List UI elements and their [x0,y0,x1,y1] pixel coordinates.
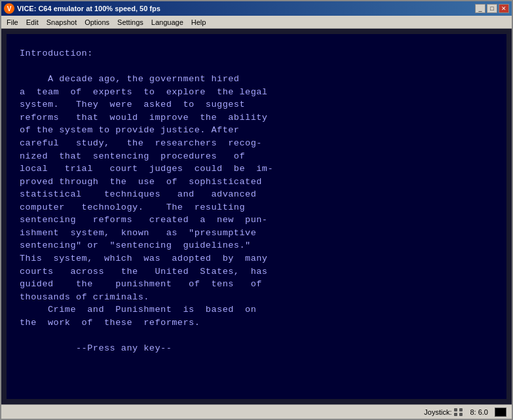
menu-file[interactable]: File [3,17,22,28]
screen-content: Introduction: A decade ago, the governme… [20,47,493,355]
minimize-button[interactable]: _ [475,4,485,13]
joystick-dot-2 [459,408,463,411]
menu-bar: File Edit Snapshot Options Settings Lang… [1,16,512,29]
main-window: V VICE: C64 emulator at 100% speed, 50 f… [0,0,513,420]
title-buttons: _ □ ✕ [475,4,509,13]
status-indicator [495,408,506,417]
menu-snapshot[interactable]: Snapshot [43,17,81,28]
menu-language[interactable]: Language [147,17,187,28]
app-icon: V [4,3,14,14]
window-title: VICE: C64 emulator at 100% speed, 50 fps [17,5,161,12]
maximize-button[interactable]: □ [487,4,497,13]
joystick-label: Joystick: [424,408,451,416]
close-button[interactable]: ✕ [499,4,509,13]
joystick-status: Joystick: [424,408,463,416]
version-display: 8: 6.0 [470,408,488,416]
joystick-icon [454,408,463,416]
menu-settings[interactable]: Settings [113,17,147,28]
title-bar: V VICE: C64 emulator at 100% speed, 50 f… [1,1,512,16]
c64-screen[interactable]: Introduction: A decade ago, the governme… [7,34,506,399]
joystick-dot-4 [459,413,463,416]
menu-help[interactable]: Help [187,17,210,28]
app-icon-letter: V [7,5,12,12]
emulator-area: Introduction: A decade ago, the governme… [1,29,512,404]
joystick-dot-1 [454,408,457,411]
menu-edit[interactable]: Edit [22,17,43,28]
menu-options[interactable]: Options [81,17,113,28]
status-bar: Joystick: 8: 6.0 [1,404,512,419]
joystick-dot-3 [454,413,457,416]
title-bar-left: V VICE: C64 emulator at 100% speed, 50 f… [4,3,161,14]
